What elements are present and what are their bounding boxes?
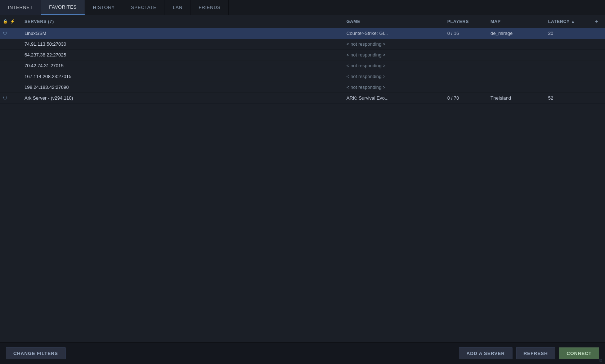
tab-favorites[interactable]: FAVORITES — [41, 0, 85, 15]
bottom-right: ADD A SERVER REFRESH CONNECT — [459, 347, 599, 359]
add-server-col-icon[interactable]: + — [591, 18, 602, 25]
booster-icon: ⚡ — [10, 19, 15, 24]
change-filters-button[interactable]: CHANGE FILTERS — [6, 347, 66, 359]
refresh-button[interactable]: REFRESH — [516, 347, 556, 359]
server-latency: 52 — [548, 95, 591, 101]
server-map: de_mirage — [490, 31, 548, 36]
server-players: 0 / 70 — [447, 95, 490, 101]
server-name: LinuxGSM — [24, 31, 346, 36]
server-game: ARK: Survival Evo... — [346, 95, 447, 101]
server-name: 74.91.113.50:27030 — [24, 41, 346, 47]
table-row[interactable]: 198.24.183.42:27090 < not responding > — [0, 82, 605, 93]
tab-internet[interactable]: INTERNET — [0, 0, 41, 15]
server-game: < not responding > — [346, 74, 447, 79]
server-game: < not responding > — [346, 63, 447, 68]
table-row[interactable]: 74.91.113.50:27030 < not responding > — [0, 39, 605, 50]
server-name: Ark Server - (v294.110) — [24, 95, 346, 101]
table-row[interactable]: 64.237.38.22:27025 < not responding > — [0, 50, 605, 60]
column-players[interactable]: PLAYERS — [447, 19, 490, 24]
bottom-left: CHANGE FILTERS — [6, 347, 66, 359]
column-server[interactable]: SERVERS (7) — [24, 19, 346, 24]
server-players: 0 / 16 — [447, 31, 490, 36]
server-latency: 20 — [548, 31, 591, 36]
column-latency[interactable]: LATENCY ▲ — [548, 19, 591, 24]
column-game[interactable]: GAME — [346, 19, 447, 24]
lock-icon: 🔒 — [3, 19, 8, 24]
server-map: TheIsland — [490, 95, 548, 101]
column-headers: 🔒 ⚡ SERVERS (7) GAME PLAYERS MAP LATENCY… — [0, 15, 605, 28]
connect-button[interactable]: CONNECT — [559, 347, 599, 359]
sort-arrow-icon: ▲ — [571, 19, 575, 23]
tab-lan[interactable]: LAN — [165, 0, 191, 15]
row-icons: 🛡 — [3, 96, 24, 101]
server-name: 198.24.183.42:27090 — [24, 85, 346, 90]
shield-icon: 🛡 — [3, 96, 8, 101]
table-row[interactable]: 🛡 LinuxGSM Counter-Strike: Gl... 0 / 16 … — [0, 28, 605, 39]
tab-history[interactable]: HISTORY — [85, 0, 123, 15]
row-icons: 🛡 — [3, 31, 24, 36]
tab-bar: INTERNET FAVORITES HISTORY SPECTATE LAN … — [0, 0, 605, 15]
server-list[interactable]: 🛡 LinuxGSM Counter-Strike: Gl... 0 / 16 … — [0, 28, 605, 342]
tab-friends[interactable]: FRIENDS — [191, 0, 229, 15]
server-name: 167.114.208.23:27015 — [24, 74, 346, 79]
server-game: Counter-Strike: Gl... — [346, 31, 447, 36]
bottom-bar: CHANGE FILTERS ADD A SERVER REFRESH CONN… — [0, 342, 605, 364]
resize-icon: ⊡ — [599, 358, 604, 363]
server-game: < not responding > — [346, 85, 447, 90]
table-row[interactable]: 167.114.208.23:27015 < not responding > — [0, 71, 605, 82]
table-row[interactable]: 🛡 Ark Server - (v294.110) ARK: Survival … — [0, 93, 605, 104]
server-name: 64.237.38.22:27025 — [24, 52, 346, 58]
server-game: < not responding > — [346, 41, 447, 47]
add-server-button[interactable]: ADD A SERVER — [459, 347, 512, 359]
tab-spectate[interactable]: SPECTATE — [123, 0, 165, 15]
content-area: 🔒 ⚡ SERVERS (7) GAME PLAYERS MAP LATENCY… — [0, 15, 605, 342]
shield-icon: 🛡 — [3, 31, 8, 36]
table-row[interactable]: 70.42.74.31:27015 < not responding > — [0, 60, 605, 71]
server-name: 70.42.74.31:27015 — [24, 63, 346, 68]
column-map[interactable]: MAP — [490, 19, 548, 24]
header-icons-col: 🔒 ⚡ — [3, 19, 24, 24]
server-game: < not responding > — [346, 52, 447, 58]
